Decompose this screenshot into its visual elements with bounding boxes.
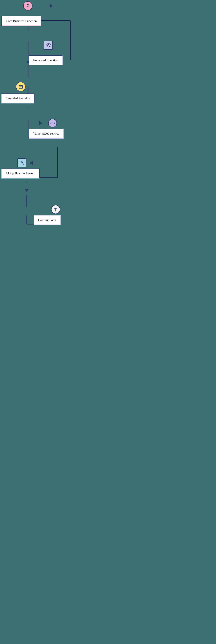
ai-icon: AI bbox=[17, 158, 27, 168]
arrow-top-right bbox=[50, 4, 53, 8]
enhanced-function-label: Enhanced Function bbox=[33, 58, 58, 62]
palm-icon bbox=[51, 205, 60, 214]
svg-point-31 bbox=[55, 211, 56, 212]
enhanced-function-box: Enhanced Function bbox=[29, 56, 63, 65]
svg-point-16 bbox=[27, 4, 29, 6]
svg-text:AI: AI bbox=[22, 162, 23, 163]
coming-soon-label: Coming Soon bbox=[38, 218, 56, 222]
diagram-container: Core Business Function Enhanced Function… bbox=[0, 0, 76, 264]
core-business-function-box: Core Business Function bbox=[2, 16, 41, 26]
extended-function-label: Extended Function bbox=[6, 96, 30, 100]
core-business-label: Core Business Function bbox=[6, 19, 37, 23]
arrow-right-chain bbox=[39, 121, 42, 125]
gear-icon bbox=[44, 41, 53, 50]
chain-icon bbox=[48, 119, 57, 128]
value-added-service-box: Value-added service bbox=[29, 129, 64, 139]
lightbulb-icon bbox=[23, 1, 33, 10]
value-added-label: Value-added service bbox=[33, 132, 59, 135]
svg-rect-26 bbox=[20, 85, 22, 86]
svg-point-22 bbox=[47, 44, 49, 46]
arrow-down-final bbox=[25, 189, 29, 192]
coming-soon-box: Coming Soon bbox=[34, 215, 61, 225]
arrow-left-ai bbox=[30, 161, 33, 165]
svg-line-20 bbox=[29, 4, 29, 5]
extended-function-box: Extended Function bbox=[1, 94, 35, 104]
ai-application-label: AI Application System bbox=[6, 172, 35, 175]
package-icon bbox=[16, 82, 26, 92]
ai-application-box: AI Application System bbox=[1, 168, 40, 178]
svg-line-21 bbox=[27, 4, 27, 5]
